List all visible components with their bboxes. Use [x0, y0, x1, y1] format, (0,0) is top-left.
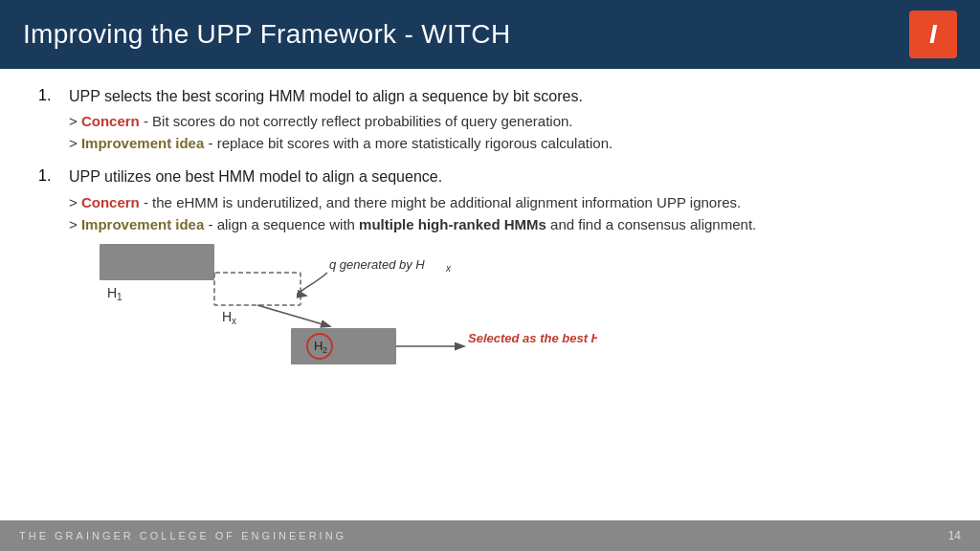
diagram-svg: H 1 H x q generated by H x [100, 240, 597, 382]
improvement-2-text-after: and find a consensus alignment. [546, 216, 756, 232]
improvement-2-text-before: - align a sequence with [204, 216, 359, 232]
concern-2-label: Concern [81, 194, 140, 210]
svg-text:q generated by H: q generated by H [329, 257, 425, 272]
svg-text:2: 2 [323, 345, 327, 355]
concern-2-prefix: > [69, 194, 81, 210]
improvement-2-prefix: > [69, 216, 81, 232]
improvement-2-label: Improvement idea [81, 216, 204, 232]
point-2-concern: > Concern - the eHMM is underutilized, a… [69, 192, 942, 212]
concern-2-text: - the eHMM is underutilized, and there m… [140, 194, 741, 210]
point-2-number: 1. [38, 166, 69, 381]
svg-text:H: H [107, 285, 117, 300]
point-1-number: 1. [38, 86, 69, 153]
slide-header: Improving the UPP Framework - WITCH I [0, 0, 980, 69]
slide-footer: THE GRAINGER COLLEGE OF ENGINEERING 14 [0, 520, 980, 551]
point-1-text: UPP selects the best scoring HMM model t… [69, 86, 942, 153]
concern-1-label: Concern [81, 113, 140, 129]
improvement-1-text: - replace bit scores with a more statist… [204, 135, 612, 151]
footer-college-text: THE GRAINGER COLLEGE OF ENGINEERING [19, 530, 346, 541]
improvement-1-label: Improvement idea [81, 135, 204, 151]
svg-text:1: 1 [117, 292, 122, 302]
svg-text:Selected as the best HMM: Selected as the best HMM [468, 331, 597, 345]
point-1-concern: > Concern - Bit scores do not correctly … [69, 111, 942, 131]
svg-line-14 [257, 305, 329, 326]
slide-title: Improving the UPP Framework - WITCH [23, 19, 510, 50]
svg-rect-3 [214, 273, 301, 305]
point-1: 1. UPP selects the best scoring HMM mode… [38, 86, 942, 153]
slide-content: 1. UPP selects the best scoring HMM mode… [0, 69, 980, 520]
page-number: 14 [948, 529, 961, 542]
improvement-2-bold: multiple high-ranked HMMs [359, 216, 546, 232]
svg-rect-0 [100, 244, 214, 280]
point-1-improvement: > Improvement idea - replace bit scores … [69, 133, 942, 153]
svg-text:x: x [445, 263, 452, 274]
point-2-main: UPP utilizes one best HMM model to align… [69, 166, 942, 187]
improvement-1-prefix: > [69, 135, 81, 151]
concern-1-text: - Bit scores do not correctly reflect pr… [140, 113, 573, 129]
concern-1-prefix: > [69, 113, 81, 129]
point-2-text: UPP utilizes one best HMM model to align… [69, 166, 942, 381]
svg-text:x: x [232, 316, 236, 326]
svg-text:H: H [314, 339, 323, 353]
svg-text:H: H [222, 309, 232, 324]
illinois-logo: I [909, 11, 957, 58]
point-2-improvement: > Improvement idea - align a sequence wi… [69, 214, 942, 234]
point-1-main: UPP selects the best scoring HMM model t… [69, 86, 942, 107]
diagram: H 1 H x q generated by H x [100, 240, 942, 382]
point-2: 1. UPP utilizes one best HMM model to al… [38, 166, 942, 381]
